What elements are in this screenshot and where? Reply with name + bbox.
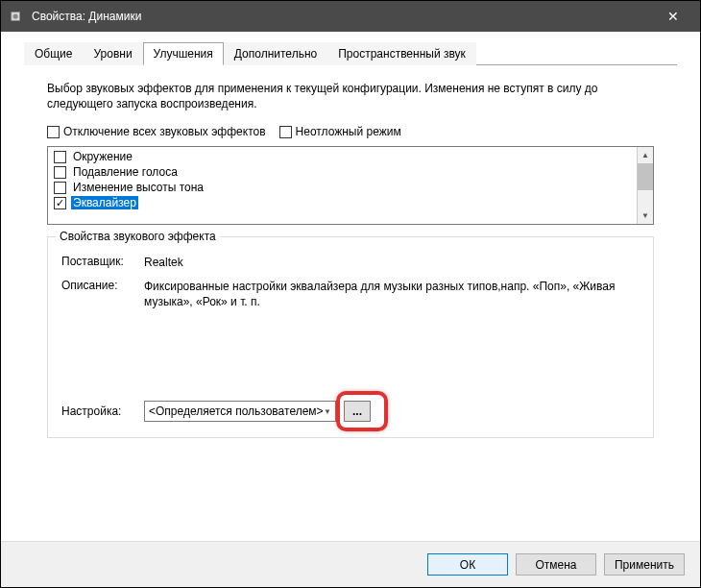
- effects-scrollbar[interactable]: ▲ ▼: [637, 147, 653, 224]
- close-button[interactable]: ✕: [654, 1, 692, 32]
- dialog-button-bar: ОК Отмена Применить: [1, 541, 700, 587]
- effect-equalizer-checkbox[interactable]: [54, 197, 66, 209]
- effect-surround-checkbox[interactable]: [54, 151, 66, 163]
- description-label: Описание:: [61, 279, 144, 309]
- disable-all-effects-label: Отключение всех звуковых эффектов: [63, 125, 266, 138]
- effect-pitch-checkbox[interactable]: [54, 182, 66, 194]
- more-settings-button[interactable]: ...: [344, 401, 371, 422]
- disable-all-effects[interactable]: Отключение всех звуковых эффектов: [47, 125, 266, 138]
- effect-voice-cancel-label: Подавление голоса: [71, 165, 180, 179]
- groupbox-title: Свойства звукового эффекта: [56, 230, 220, 243]
- provider-row: Поставщик: Realtek: [61, 255, 640, 270]
- chevron-down-icon: ▼: [324, 407, 331, 416]
- tab-advanced[interactable]: Дополнительно: [224, 42, 327, 65]
- speaker-icon: [9, 9, 24, 24]
- scroll-up-button[interactable]: ▲: [638, 147, 653, 163]
- effect-surround[interactable]: Окружение: [48, 149, 637, 164]
- scroll-track[interactable]: [638, 163, 653, 208]
- description-row: Описание: Фиксированные настройки эквала…: [61, 279, 640, 309]
- disable-all-effects-checkbox[interactable]: [47, 126, 60, 138]
- tab-levels[interactable]: Уровни: [83, 42, 142, 65]
- effect-properties-group: Свойства звукового эффекта Поставщик: Re…: [47, 236, 654, 438]
- description-value: Фиксированные настройки эквалайзера для …: [144, 279, 640, 309]
- effect-voice-cancel-checkbox[interactable]: [54, 166, 66, 179]
- ok-button[interactable]: ОК: [427, 553, 508, 576]
- scroll-down-button[interactable]: ▼: [638, 208, 653, 224]
- tab-enhancements[interactable]: Улучшения: [143, 42, 224, 65]
- effect-pitch-label: Изменение высоты тона: [71, 181, 205, 194]
- effect-equalizer[interactable]: Эквалайзер: [48, 195, 637, 210]
- tab-strip: Общие Уровни Улучшения Дополнительно Про…: [24, 41, 677, 65]
- urgent-mode[interactable]: Неотложный режим: [279, 125, 401, 138]
- urgent-mode-label: Неотложный режим: [296, 125, 401, 138]
- provider-value: Realtek: [144, 255, 640, 270]
- effect-surround-label: Окружение: [71, 150, 134, 163]
- titlebar: Свойства: Динамики ✕: [1, 1, 700, 32]
- options-row: Отключение всех звуковых эффектов Неотло…: [47, 125, 654, 138]
- enhancements-description: Выбор звуковых эффектов для применения к…: [47, 81, 654, 111]
- apply-button[interactable]: Применить: [604, 553, 685, 576]
- effects-listbox[interactable]: Окружение Подавление голоса Изменение вы…: [47, 146, 654, 225]
- svg-point-1: [13, 13, 18, 18]
- effects-items: Окружение Подавление голоса Изменение вы…: [48, 147, 637, 224]
- setting-dropdown[interactable]: <Определяется пользователем> ▼: [144, 401, 336, 422]
- setting-row: Настройка: <Определяется пользователем> …: [61, 401, 640, 422]
- effect-voice-cancel[interactable]: Подавление голоса: [48, 164, 637, 180]
- effect-equalizer-label: Эквалайзер: [71, 196, 138, 209]
- setting-label: Настройка:: [61, 404, 144, 418]
- tab-spatial[interactable]: Пространственный звук: [327, 42, 476, 65]
- content: Общие Уровни Улучшения Дополнительно Про…: [1, 32, 700, 541]
- tab-general[interactable]: Общие: [24, 42, 83, 65]
- effect-pitch[interactable]: Изменение высоты тона: [48, 180, 637, 195]
- provider-label: Поставщик:: [61, 255, 144, 270]
- cancel-button[interactable]: Отмена: [516, 553, 596, 576]
- scroll-thumb[interactable]: [638, 163, 653, 190]
- setting-dropdown-text: <Определяется пользователем>: [149, 404, 324, 418]
- window-title: Свойства: Динамики: [32, 10, 654, 23]
- urgent-mode-checkbox[interactable]: [279, 126, 292, 138]
